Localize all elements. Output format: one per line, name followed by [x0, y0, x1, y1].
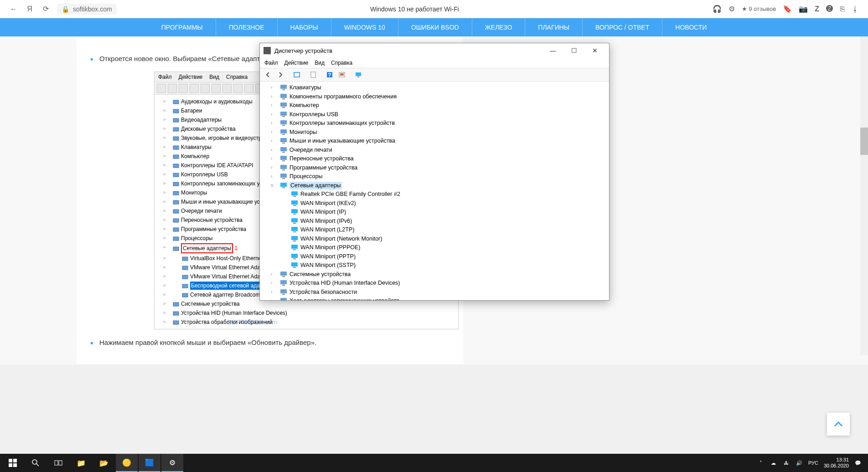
nav-qa[interactable]: ВОПРОС / ОТВЕТ	[583, 18, 662, 36]
nav-windows10[interactable]: WINDOWS 10	[331, 18, 398, 36]
scrollbar-thumb[interactable]	[860, 128, 868, 155]
tray-volume-icon[interactable]: 🔊	[796, 459, 803, 467]
scroll-top-button[interactable]	[827, 413, 850, 436]
ext-icon-3[interactable]: ⎘	[840, 5, 845, 13]
tray-network-icon[interactable]: 🖧	[783, 459, 790, 467]
nav-news[interactable]: НОВОСТИ	[662, 18, 719, 36]
task-device-manager[interactable]: ⚙	[161, 454, 183, 472]
expand-icon[interactable]: ›	[271, 93, 273, 100]
nav-useful[interactable]: ПОЛЕЗНОЕ	[216, 18, 278, 36]
expand-icon[interactable]: ›	[271, 128, 273, 135]
search-button[interactable]	[25, 454, 46, 472]
dm-tree-category[interactable]: ›Хост-адаптеры запоминающих устройств	[262, 297, 607, 300]
tray-chevron-icon[interactable]: ˄	[757, 459, 765, 467]
expand-icon[interactable]: ›	[271, 119, 273, 126]
address-bar[interactable]: 🔒 softikbox.com	[57, 4, 117, 15]
dm-menu-view[interactable]: Вид	[315, 60, 325, 66]
expand-icon[interactable]: ›	[271, 137, 273, 144]
dm-tree-adapter[interactable]: ›WAN Miniport (IP)	[262, 208, 607, 217]
dm-tree-network-adapters[interactable]: vСетевые адаптеры	[262, 181, 607, 190]
close-button[interactable]: ✕	[584, 43, 605, 58]
task-app-1[interactable]: 📁	[70, 454, 92, 472]
dm-tree-category[interactable]: ›Мониторы	[262, 128, 607, 137]
dm-tree-adapter[interactable]: ›WAN Miniport (Network Monitor)	[262, 235, 607, 244]
tool-help-icon[interactable]: ?	[324, 70, 335, 80]
expand-icon[interactable]: ›	[271, 146, 273, 153]
dm-tree[interactable]: ›Клавиатуры›Компоненты программного обес…	[260, 82, 609, 300]
task-app-3[interactable]: 🟦	[139, 454, 160, 472]
yandex-logo[interactable]: Я	[25, 5, 34, 14]
svg-rect-24	[173, 321, 179, 324]
dm-tree-adapter[interactable]: ›WAN Miniport (L2TP)	[262, 226, 607, 235]
reload-button[interactable]: ⟳	[41, 5, 50, 14]
dm-tree-category[interactable]: ›Очереди печати	[262, 146, 607, 155]
minimize-button[interactable]: —	[542, 43, 563, 58]
dm-tree-adapter[interactable]: ›WAN Miniport (IKEv2)	[262, 199, 607, 208]
maximize-button[interactable]: ☐	[563, 43, 584, 58]
dm-menu-action[interactable]: Действие	[284, 60, 309, 66]
expand-icon[interactable]: ›	[271, 111, 273, 118]
taskbar-clock[interactable]: 13:31 30.06.2020	[824, 457, 849, 469]
dm-tree-category[interactable]: ›Переносные устройства	[262, 154, 607, 164]
nav-sets[interactable]: НАБОРЫ	[278, 18, 331, 36]
svg-rect-5	[173, 146, 179, 149]
expand-icon[interactable]: v	[271, 182, 274, 189]
task-yandex-browser[interactable]: 🟡	[116, 454, 138, 472]
dm-tree-category[interactable]: ›Системные устройства	[262, 270, 607, 279]
tray-language[interactable]: РУС	[808, 460, 818, 466]
expand-icon[interactable]: ›	[271, 288, 273, 295]
dm-tree-adapter[interactable]: ›Realtek PCIe GBE Family Controller #2	[262, 190, 607, 199]
expand-icon[interactable]: ›	[271, 279, 273, 286]
dm-menu-help[interactable]: Справка	[331, 60, 352, 66]
expand-icon[interactable]: ›	[271, 297, 273, 300]
tool-back-icon[interactable]	[263, 70, 274, 80]
expand-icon[interactable]: ›	[271, 271, 273, 277]
expand-icon[interactable]: ›	[271, 84, 273, 91]
settings-icon[interactable]: ⚙	[728, 5, 735, 13]
tool-forward-icon[interactable]	[275, 70, 286, 80]
dm-tree-adapter[interactable]: ›WAN Miniport (PPPOE)	[262, 243, 607, 252]
taskview-button[interactable]	[47, 454, 69, 472]
tool-scan-icon[interactable]	[336, 70, 347, 80]
page-scrollbar[interactable]	[860, 36, 868, 355]
nav-plugins[interactable]: ПЛАГИНЫ	[525, 18, 583, 36]
nav-programs[interactable]: ПРОГРАММЫ	[149, 18, 216, 36]
dm-tree-adapter[interactable]: ›WAN Miniport (IPv6)	[262, 217, 607, 226]
dm-tree-category[interactable]: ›Программные устройства	[262, 164, 607, 173]
tool-show-hide-icon[interactable]	[291, 70, 302, 80]
dm-titlebar[interactable]: Диспетчер устройств — ☐ ✕	[260, 43, 609, 58]
ext-icon-2[interactable]: 🅩	[826, 5, 833, 13]
dm-tree-category[interactable]: ›Компоненты программного обеспечения	[262, 92, 607, 102]
start-button[interactable]	[2, 454, 24, 472]
ext-icon-z[interactable]: Z	[815, 5, 819, 13]
dm-tree-category[interactable]: ›Клавиатуры	[262, 83, 607, 92]
dm-tree-category[interactable]: ›Контроллеры запоминающих устройств	[262, 119, 607, 128]
expand-icon[interactable]: ›	[271, 173, 273, 180]
dm-tree-category[interactable]: ›Процессоры	[262, 172, 607, 181]
tool-monitor-icon[interactable]	[353, 70, 364, 80]
back-button[interactable]: ←	[9, 5, 18, 14]
bookmark-icon[interactable]: 🔖	[783, 5, 792, 13]
dm-menu-file[interactable]: Файл	[264, 60, 278, 66]
svg-rect-76	[282, 276, 285, 277]
nav-bsod[interactable]: ОШИБКИ BSOD	[398, 18, 472, 36]
expand-icon[interactable]: ›	[271, 155, 273, 162]
dm-tree-category[interactable]: ›Контроллеры USB	[262, 110, 607, 119]
dm-tree-category[interactable]: ›Устройства безопасности	[262, 288, 607, 297]
dm-tree-category[interactable]: ›Устройства HID (Human Interface Devices…	[262, 279, 607, 288]
tool-properties-icon[interactable]	[308, 70, 319, 80]
dm-tree-category[interactable]: ›Мыши и иные указывающие устройства	[262, 137, 607, 146]
task-explorer[interactable]: 📂	[93, 454, 115, 472]
download-icon[interactable]: ⭳	[852, 5, 859, 13]
expand-icon[interactable]: ›	[271, 164, 273, 171]
tray-notifications-icon[interactable]: 💬	[854, 459, 862, 467]
nav-hardware[interactable]: ЖЕЛЕЗО	[472, 18, 526, 36]
headphones-icon[interactable]: 🎧	[713, 5, 722, 13]
reviews-badge[interactable]: ★9 отзывов	[742, 5, 776, 12]
ext-icon-1[interactable]: 📷	[799, 5, 808, 13]
dm-tree-adapter[interactable]: ›WAN Miniport (PPTP)	[262, 252, 607, 262]
expand-icon[interactable]: ›	[271, 102, 273, 108]
tray-onedrive-icon[interactable]: ☁	[770, 459, 777, 467]
dm-tree-category[interactable]: ›Компьютер	[262, 101, 607, 110]
dm-tree-adapter[interactable]: ›WAN Miniport (SSTP)	[262, 261, 607, 270]
